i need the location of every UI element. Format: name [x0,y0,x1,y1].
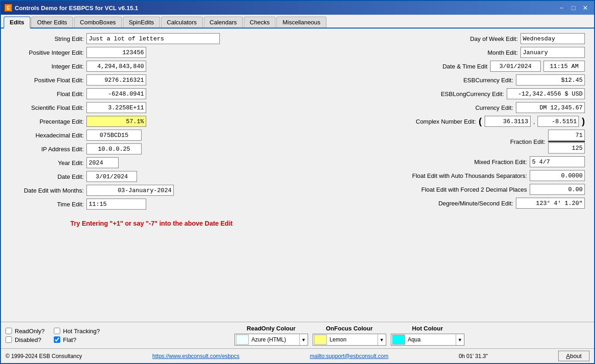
flat-check-item[interactable]: Flat? [54,336,100,343]
hot-tracking-check-item[interactable]: Hot Tracking? [54,328,100,335]
title-bar: E Controls Demo for ESBPCS for VCL v6.15… [1,1,594,15]
date-input[interactable] [86,171,137,182]
hex-row: Hexadecimal Edit: [10,130,293,141]
ip-label: IP Address Edit: [10,146,84,153]
readonly-checkbox[interactable] [6,328,12,334]
year-input[interactable] [86,157,119,168]
email-link[interactable]: mailto:support@esbconsult.com [310,353,389,359]
maximize-button[interactable]: □ [568,3,578,13]
tab-miscellaneous[interactable]: Miscellaneous [276,17,326,28]
disabled-check-item[interactable]: Disabled? [6,336,45,343]
degree-label: Degree/Minute/Second Edit: [438,200,513,207]
string-edit-row: String Edit: [10,33,293,44]
float-row: Float Edit: [10,88,293,99]
bottom-bar: ReadOnly? Disabled? Hot Tracking? Flat? … [1,322,594,348]
tab-bar: Edits Other Edits ComboBoxes SpinEdits C… [1,15,594,28]
integer-label: Integer Edit: [10,63,84,70]
about-underline: A [566,353,570,359]
tab-calendars[interactable]: Calendars [204,17,243,28]
website-link[interactable]: https://www.esbconsult.com/esbpcs [152,353,239,359]
complex-row: Complex Number Edit: ( , ) [302,116,585,127]
year-label: Year Edit: [10,159,84,166]
hex-input[interactable] [86,130,142,141]
percentage-row: Precentage Edit: [10,116,293,127]
minimize-button[interactable]: − [556,3,566,13]
percentage-input[interactable] [86,116,146,127]
datetime-time-input[interactable] [544,61,585,72]
positive-integer-input[interactable] [86,47,146,58]
readonly-check-item[interactable]: ReadOnly? [6,328,45,335]
main-content: String Edit: Positive Integer Edit: Inte… [1,28,594,322]
hex-label: Hexadecimal Edit: [10,132,84,139]
ip-row: IP Address Edit: [10,143,293,154]
time-input[interactable] [86,199,146,210]
disabled-checkbox[interactable] [6,336,12,343]
fraction-label: Fraction Edit: [510,138,545,145]
hot-tracking-label: Hot Tracking? [63,328,100,335]
esb-long-currency-label: ESBLongCurrency Edit: [441,91,504,97]
sci-float-label: Scientific Float Edit: [10,104,84,111]
dow-input[interactable] [521,33,585,44]
sci-float-row: Scientific Float Edit: [10,102,293,113]
onfocus-colour-label: OnFocus Colour [326,325,373,332]
readonly-colour-name: Azure (HTML) [250,336,299,343]
percentage-label: Precentage Edit: [10,118,84,125]
about-button[interactable]: About [558,351,589,361]
mixed-fraction-input[interactable] [530,156,585,167]
readonly-colour-selector[interactable]: Azure (HTML) ▼ [235,334,308,346]
readonly-colour-dropdown-arrow[interactable]: ▼ [299,334,308,345]
complex-comma: , [533,118,535,125]
degree-input[interactable] [516,198,585,209]
currency-input[interactable] [516,102,585,113]
tab-checks[interactable]: Checks [244,17,275,28]
left-column: String Edit: Positive Integer Edit: Inte… [10,33,293,317]
integer-row: Integer Edit: [10,61,293,72]
positive-float-label: Positive Float Edit: [10,77,84,84]
forced2-input[interactable] [530,184,585,195]
tab-edits[interactable]: Edits [4,17,30,28]
hot-colour-label: Hot Colour [412,325,443,332]
tab-spinedits[interactable]: SpinEdits [123,17,160,28]
date-months-input[interactable] [86,185,174,196]
close-button[interactable]: ✕ [580,3,590,13]
auto-thou-input[interactable] [530,170,585,181]
ip-input[interactable] [86,143,142,154]
hot-colour-selector[interactable]: Aqua ▼ [391,334,464,346]
sci-float-input[interactable] [86,102,146,113]
fraction-den-input[interactable] [548,142,585,154]
onfocus-colour-selector[interactable]: Lemon ▼ [313,334,386,346]
positive-float-row: Positive Float Edit: [10,74,293,85]
complex-real-input[interactable] [485,116,531,127]
mixed-fraction-row: Mixed Fraction Edit: [302,156,585,167]
esb-long-currency-input[interactable] [507,88,585,99]
string-edit-input[interactable] [86,33,220,44]
about-label-rest: bout [570,353,582,359]
tab-comboboxes[interactable]: ComboBoxes [74,17,122,28]
positive-float-input[interactable] [86,74,146,85]
currency-row: Currency Edit: [302,102,585,113]
dow-row: Day of Week Edit: [302,33,585,44]
onfocus-colour-dropdown-arrow[interactable]: ▼ [378,334,386,345]
auto-thou-row: Float Edit with Auto Thousands Separator… [302,170,585,181]
flat-label: Flat? [63,336,76,343]
esb-currency-input[interactable] [516,74,585,85]
fraction-num-input[interactable] [548,130,585,141]
flat-checkbox[interactable] [54,336,60,343]
tab-other-edits[interactable]: Other Edits [31,17,73,28]
esb-currency-row: ESBCurrency Edit: [302,74,585,85]
onfocus-colour-name: Lemon [328,336,378,343]
date-months-label: Date Edit with Months: [10,187,84,194]
year-row: Year Edit: [10,157,293,168]
fraction-line [548,141,585,142]
fraction-row: Fraction Edit: [302,130,585,154]
tab-calculators[interactable]: Calculators [161,17,203,28]
readonly-colour-section: ReadOnly Colour Azure (HTML) ▼ [235,325,308,346]
month-input[interactable] [521,47,585,58]
integer-input[interactable] [86,61,146,72]
complex-imag-input[interactable] [538,116,579,127]
hot-colour-name: Aqua [406,336,456,343]
hot-colour-dropdown-arrow[interactable]: ▼ [456,334,464,345]
datetime-date-input[interactable] [490,61,541,72]
hot-tracking-checkbox[interactable] [54,328,60,334]
float-input[interactable] [86,88,146,99]
